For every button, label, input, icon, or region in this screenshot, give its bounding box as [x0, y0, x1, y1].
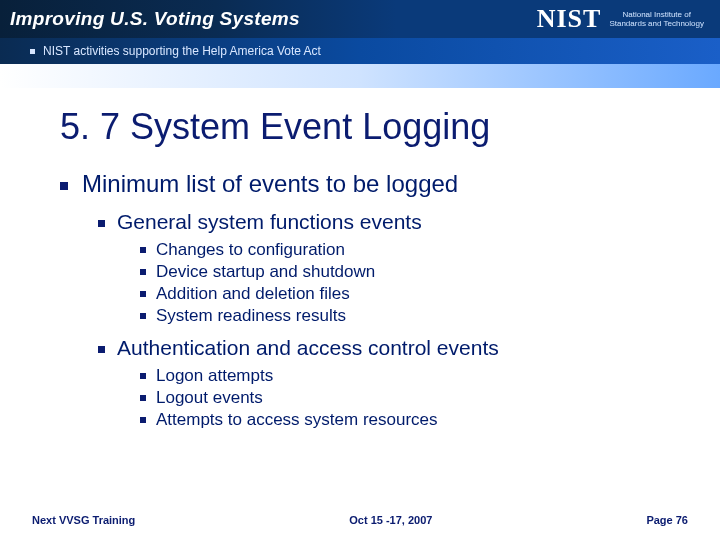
- bullet-icon: [140, 291, 146, 297]
- list-text: Attempts to access system resources: [156, 410, 438, 429]
- bullet-icon: [140, 395, 146, 401]
- banner-subtitle: NIST activities supporting the Help Amer…: [30, 44, 321, 58]
- logo-abbr: NIST: [537, 4, 602, 34]
- list-item: Addition and deletion files: [140, 284, 660, 304]
- footer-left: Next VVSG Training: [32, 514, 135, 526]
- bullet-icon: [140, 373, 146, 379]
- list-item: Device startup and shutdown: [140, 262, 660, 282]
- list-text: Minimum list of events to be logged: [82, 170, 458, 197]
- list-item: General system functions events: [98, 210, 660, 234]
- logo-subtext: National Institute of Standards and Tech…: [609, 10, 704, 28]
- footer-center: Oct 15 -17, 2007: [349, 514, 432, 526]
- list-text: Authentication and access control events: [117, 336, 499, 359]
- list-text: General system functions events: [117, 210, 422, 233]
- list-text: System readiness results: [156, 306, 346, 325]
- list-text: Device startup and shutdown: [156, 262, 375, 281]
- bullet-icon: [140, 269, 146, 275]
- list-item: Authentication and access control events: [98, 336, 660, 360]
- footer-right: Page 76: [646, 514, 688, 526]
- bullet-icon: [98, 220, 105, 227]
- bullet-icon: [60, 182, 68, 190]
- slide-heading: 5. 7 System Event Logging: [60, 106, 660, 148]
- outline-list: Minimum list of events to be logged Gene…: [60, 170, 660, 430]
- slide-body: 5. 7 System Event Logging Minimum list o…: [0, 88, 720, 430]
- banner-sub-row: NIST activities supporting the Help Amer…: [0, 38, 720, 64]
- bullet-icon: [140, 417, 146, 423]
- bullet-icon: [140, 247, 146, 253]
- banner-title: Improving U.S. Voting Systems: [10, 8, 300, 30]
- slide-banner: Improving U.S. Voting Systems NIST Natio…: [0, 0, 720, 88]
- list-item: Logon attempts: [140, 366, 660, 386]
- list-text: Logon attempts: [156, 366, 273, 385]
- bullet-icon: [30, 49, 35, 54]
- banner-subtitle-text: NIST activities supporting the Help Amer…: [43, 44, 321, 58]
- list-item: Changes to configuration: [140, 240, 660, 260]
- list-text: Addition and deletion files: [156, 284, 350, 303]
- bullet-icon: [140, 313, 146, 319]
- slide-footer: Next VVSG Training Oct 15 -17, 2007 Page…: [0, 514, 720, 526]
- list-item: Logout events: [140, 388, 660, 408]
- list-text: Changes to configuration: [156, 240, 345, 259]
- list-item: Attempts to access system resources: [140, 410, 660, 430]
- logo-sub-line: Standards and Technology: [609, 19, 704, 28]
- banner-top-row: Improving U.S. Voting Systems NIST Natio…: [0, 0, 720, 38]
- list-item: System readiness results: [140, 306, 660, 326]
- banner-gradient-strip: [0, 64, 720, 90]
- list-item: Minimum list of events to be logged: [60, 170, 660, 198]
- bullet-icon: [98, 346, 105, 353]
- nist-logo: NIST National Institute of Standards and…: [537, 4, 704, 34]
- list-text: Logout events: [156, 388, 263, 407]
- logo-sub-line: National Institute of: [609, 10, 704, 19]
